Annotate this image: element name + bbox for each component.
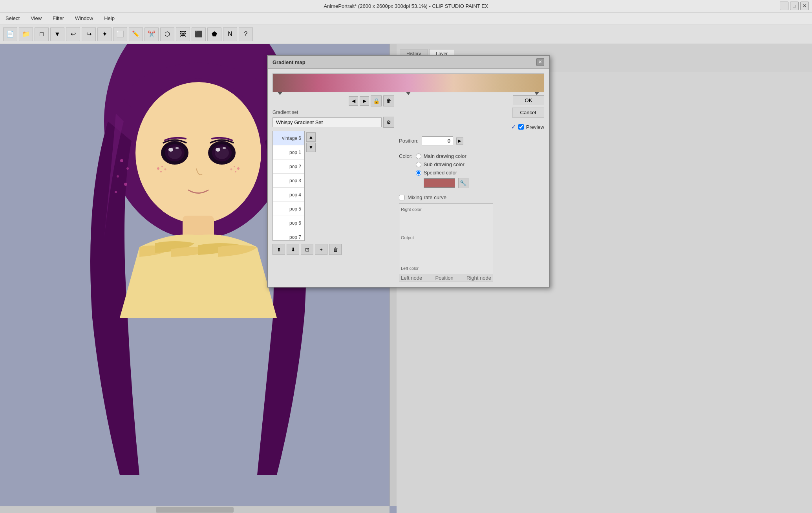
gradient-item-name: pop 5 bbox=[273, 206, 304, 212]
nav-row: ◀ ▶ 🔒 🗑 bbox=[272, 95, 394, 106]
mixing-rate-checkbox[interactable] bbox=[399, 195, 404, 200]
open-file-btn[interactable]: 📁 bbox=[19, 27, 33, 41]
position-input[interactable] bbox=[422, 136, 453, 145]
svg-point-19 bbox=[234, 166, 235, 167]
dialog-title: Gradient map bbox=[272, 59, 305, 65]
svg-point-18 bbox=[237, 167, 240, 170]
delete-icon-btn[interactable]: 🗑 bbox=[383, 95, 394, 106]
gradient-list-with-btns: vintage 6 pop 1 pop 2 pop 3 pop 4 pop 5 … bbox=[272, 131, 394, 244]
cut-btn[interactable]: ✂️ bbox=[144, 27, 159, 41]
horizontal-scrollbar[interactable] bbox=[0, 506, 390, 513]
pin-btn[interactable]: N bbox=[223, 27, 237, 41]
position-row: Position: ▶ bbox=[399, 136, 544, 145]
gradient-list[interactable]: vintage 6 pop 1 pop 2 pop 3 pop 4 pop 5 … bbox=[272, 131, 305, 241]
hscroll-thumb[interactable] bbox=[156, 507, 234, 513]
curve-footer: Left node Position Right node bbox=[399, 274, 493, 282]
gradient-list-item[interactable]: pop 3 bbox=[273, 174, 304, 188]
help-btn[interactable]: ? bbox=[239, 27, 253, 41]
left-color-label: Left color bbox=[401, 266, 419, 271]
svg-point-21 bbox=[230, 169, 232, 170]
sub-color-label: Sub drawing color bbox=[424, 161, 465, 167]
move-down-btn[interactable]: ▼ bbox=[306, 143, 316, 152]
import-gradient-btn[interactable]: ⬆ bbox=[272, 244, 285, 255]
maximize-button[interactable]: □ bbox=[790, 2, 799, 10]
svg-point-14 bbox=[157, 167, 159, 170]
fill-btn[interactable]: ⬛ bbox=[192, 27, 206, 41]
shape-btn[interactable]: ⬡ bbox=[160, 27, 174, 41]
minimize-button[interactable]: — bbox=[780, 2, 788, 10]
main-color-radio[interactable] bbox=[416, 154, 421, 159]
gradient-list-item[interactable]: pop 6 bbox=[273, 216, 304, 230]
menu-filter[interactable]: Filter bbox=[50, 15, 66, 22]
add-gradient-btn[interactable]: + bbox=[315, 244, 327, 255]
move-up-btn[interactable]: ▲ bbox=[306, 132, 316, 142]
copy-gradient-btn[interactable]: ⊡ bbox=[301, 244, 313, 255]
specified-color-label: Specified color bbox=[424, 170, 457, 176]
dialog-right-inner: OK Cancel ✓ Preview Position: ▶ bbox=[399, 95, 544, 282]
camera-btn[interactable]: 🖼 bbox=[176, 27, 190, 41]
menu-window[interactable]: Window bbox=[73, 15, 95, 22]
curve-box: Right color Output Left color bbox=[399, 203, 493, 274]
transform-btn[interactable]: ✦ bbox=[97, 27, 112, 41]
svg-point-17 bbox=[165, 169, 166, 170]
new-file-btn[interactable]: 📄 bbox=[3, 27, 17, 41]
view-dropdown-btn[interactable]: ▼ bbox=[50, 27, 64, 41]
gradient-list-item[interactable]: pop 7 bbox=[273, 230, 304, 241]
color-options: Main drawing color Sub drawing color Spe… bbox=[416, 153, 468, 188]
eyedropper-button[interactable]: 🔧 bbox=[458, 178, 468, 188]
gradient-item-name: pop 7 bbox=[273, 235, 304, 240]
svg-point-15 bbox=[161, 166, 163, 167]
lock-btn[interactable]: 🔒 bbox=[371, 95, 382, 106]
gradient-list-item[interactable]: pop 5 bbox=[273, 202, 304, 216]
menu-view[interactable]: View bbox=[28, 15, 44, 22]
gradient-set-dropdown[interactable]: Whispy Gradient Set Default Gradient Set… bbox=[272, 117, 382, 127]
color-label-row: Color: Main drawing color Sub drawing co… bbox=[399, 153, 544, 188]
updown-buttons: ▲ ▼ bbox=[306, 132, 316, 152]
gradient-arrow-mid[interactable] bbox=[406, 92, 411, 95]
menu-help[interactable]: Help bbox=[102, 15, 117, 22]
gradient-list-toolbar: ⬆ ⬇ ⊡ + 🗑 bbox=[272, 244, 394, 255]
trash-gradient-btn[interactable]: 🗑 bbox=[329, 244, 342, 255]
gradient-preview-bar[interactable] bbox=[272, 73, 544, 92]
view-toggle-btn[interactable]: □ bbox=[35, 27, 49, 41]
close-button[interactable]: ✕ bbox=[800, 2, 809, 10]
gradient-arrow-left[interactable] bbox=[278, 92, 282, 95]
gradient-arrow-right[interactable] bbox=[534, 92, 539, 95]
output-label: Output bbox=[401, 235, 414, 240]
redo-btn[interactable]: ↪ bbox=[82, 27, 96, 41]
svg-point-13 bbox=[223, 147, 226, 149]
left-node-label: Left node bbox=[401, 275, 422, 281]
mixing-rate-row: Mixing rate curve bbox=[399, 194, 544, 200]
dialog-columns: ◀ ▶ 🔒 🗑 Gradient set Whispy Gradient Set… bbox=[272, 95, 544, 282]
gradient-list-item[interactable]: pop 1 bbox=[273, 145, 304, 159]
next-gradient-btn[interactable]: ▶ bbox=[360, 96, 369, 106]
mixing-rate-label: Mixing rate curve bbox=[408, 194, 446, 200]
gradient-preview-container bbox=[272, 73, 544, 92]
ok-button[interactable]: OK bbox=[513, 95, 544, 105]
pen-btn[interactable]: ✏️ bbox=[129, 27, 143, 41]
gradient-set-settings-btn[interactable]: ⚙ bbox=[383, 117, 394, 128]
sub-color-radio[interactable] bbox=[416, 162, 421, 167]
position-label: Position: bbox=[399, 138, 419, 144]
dialog-close-button[interactable]: ✕ bbox=[536, 58, 544, 66]
gradient-list-item[interactable]: vintage 6 bbox=[273, 131, 304, 145]
gradient-item-name: pop 1 bbox=[273, 150, 304, 155]
cancel-button[interactable]: Cancel bbox=[512, 108, 544, 117]
svg-point-25 bbox=[124, 183, 127, 186]
menubar: Select View Filter Window Help bbox=[0, 13, 812, 24]
specified-color-radio[interactable] bbox=[416, 170, 421, 176]
undo-btn[interactable]: ↩ bbox=[66, 27, 80, 41]
position-increment-btn[interactable]: ▶ bbox=[456, 137, 463, 145]
prev-gradient-btn[interactable]: ◀ bbox=[349, 96, 358, 106]
select-rect-btn[interactable]: ⬜ bbox=[113, 27, 127, 41]
preview-checkbox[interactable] bbox=[518, 124, 524, 130]
menu-select[interactable]: Select bbox=[3, 15, 22, 22]
gradient-list-item[interactable]: pop 4 bbox=[273, 188, 304, 202]
gradient-list-item[interactable]: pop 2 bbox=[273, 159, 304, 174]
polygon-btn[interactable]: ⬟ bbox=[207, 27, 221, 41]
export-gradient-btn[interactable]: ⬇ bbox=[287, 244, 299, 255]
specified-color-swatch[interactable] bbox=[424, 178, 455, 188]
preview-row: ✓ Preview bbox=[399, 124, 544, 130]
color-option-sub: Sub drawing color bbox=[416, 161, 468, 167]
svg-point-26 bbox=[115, 191, 117, 193]
